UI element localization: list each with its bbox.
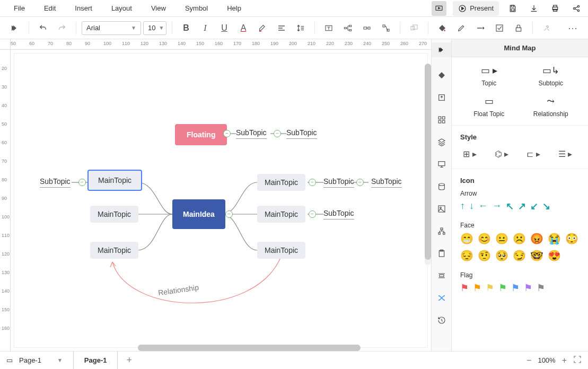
flag-red-icon[interactable]: ⚑ bbox=[460, 282, 469, 294]
emoji-smirk-icon[interactable]: 😏 bbox=[513, 249, 526, 262]
add-page-button[interactable]: + bbox=[126, 355, 132, 366]
menu-insert[interactable]: Insert bbox=[65, 4, 102, 12]
undo-icon[interactable] bbox=[34, 20, 51, 37]
print-icon[interactable] bbox=[548, 1, 563, 16]
zoom-in-button[interactable]: + bbox=[562, 356, 567, 365]
collapse-icon[interactable]: − bbox=[309, 179, 316, 186]
node-right2[interactable]: MainTopic bbox=[257, 206, 305, 223]
fill-icon[interactable] bbox=[434, 20, 451, 37]
line-style-icon[interactable] bbox=[472, 20, 489, 37]
arrow-up-icon[interactable]: ↑ bbox=[460, 200, 465, 212]
emoji-hearteyes-icon[interactable]: 😍 bbox=[548, 249, 561, 262]
node-right1-sub2[interactable]: SubTopic bbox=[371, 177, 402, 188]
download-icon[interactable] bbox=[526, 1, 541, 16]
fill-tool-icon[interactable] bbox=[435, 69, 448, 82]
checkbox-icon[interactable] bbox=[491, 20, 508, 37]
collapse-icon[interactable]: − bbox=[223, 130, 231, 137]
underline-icon[interactable]: U bbox=[216, 20, 233, 37]
emoji-cry-icon[interactable]: 😭 bbox=[548, 232, 561, 245]
collapse-icon[interactable]: − bbox=[356, 179, 364, 186]
node-left1-sub[interactable]: SubTopic bbox=[40, 177, 71, 188]
fontsize-select[interactable]: 10▼ bbox=[143, 21, 166, 35]
insert-floattopic-button[interactable]: ▭ Float Topic bbox=[460, 95, 518, 118]
data-tool-icon[interactable] bbox=[435, 180, 448, 193]
menu-file[interactable]: File bbox=[4, 4, 34, 12]
presentation-tool-icon[interactable] bbox=[435, 158, 448, 171]
menu-layout[interactable]: Layout bbox=[102, 4, 142, 12]
emoji-nerd-icon[interactable]: 🤓 bbox=[530, 249, 543, 262]
lock-icon[interactable] bbox=[510, 20, 527, 37]
emoji-neutral-icon[interactable]: 😐 bbox=[495, 232, 508, 245]
image-tool-icon[interactable] bbox=[435, 203, 448, 215]
tools-icon[interactable] bbox=[538, 20, 555, 37]
collapse-icon[interactable]: − bbox=[78, 179, 86, 186]
slideshow-mode-icon[interactable] bbox=[432, 1, 446, 16]
emoji-smile-icon[interactable]: 😊 bbox=[478, 232, 491, 245]
page-tab[interactable]: Page-1 bbox=[73, 352, 118, 370]
arrow-left-icon[interactable]: ← bbox=[478, 200, 488, 212]
grid-tool-icon[interactable] bbox=[435, 113, 448, 126]
horizontal-scrollbar[interactable] bbox=[138, 345, 361, 351]
orgchart-tool-icon[interactable] bbox=[435, 225, 448, 238]
emoji-angry-icon[interactable]: 😡 bbox=[530, 232, 543, 245]
node-floating[interactable]: Floating bbox=[175, 124, 227, 145]
arrow-upleft-icon[interactable]: ↖ bbox=[506, 200, 514, 212]
flag-gray-icon[interactable]: ⚑ bbox=[537, 282, 545, 294]
group-icon[interactable] bbox=[406, 20, 423, 37]
present-button[interactable]: Present bbox=[453, 1, 499, 16]
layout-style3-icon[interactable]: ⊏ ▸ bbox=[524, 146, 543, 161]
vertical-scrollbar[interactable] bbox=[425, 64, 431, 265]
pen-icon[interactable] bbox=[453, 20, 470, 37]
arrow-right-icon[interactable]: → bbox=[492, 200, 502, 212]
mindmap-tool-icon[interactable] bbox=[435, 292, 448, 304]
textbox-icon[interactable] bbox=[320, 20, 337, 37]
layout-style4-icon[interactable]: ☰ ▸ bbox=[556, 146, 575, 161]
emoji-think-icon[interactable]: 🤨 bbox=[478, 249, 491, 262]
menu-symbol[interactable]: Symbol bbox=[175, 4, 217, 12]
emoji-flushed-icon[interactable]: 😳 bbox=[565, 232, 578, 245]
export-tool-icon[interactable] bbox=[435, 91, 448, 104]
node-right3[interactable]: MainTopic bbox=[257, 242, 305, 259]
branch-icon[interactable] bbox=[339, 20, 356, 37]
italic-icon[interactable]: I bbox=[197, 20, 214, 37]
arrow-down-icon[interactable]: ↓ bbox=[469, 200, 474, 212]
pagelist-dropdown[interactable]: Page-1 ▼ bbox=[19, 356, 63, 364]
flag-yellow-icon[interactable]: ⚑ bbox=[486, 282, 494, 294]
menu-view[interactable]: View bbox=[142, 4, 175, 12]
menu-edit[interactable]: Edit bbox=[34, 4, 65, 12]
arrow-downleft-icon[interactable]: ↙ bbox=[530, 200, 538, 212]
save-icon[interactable] bbox=[505, 1, 520, 16]
flag-orange-icon[interactable]: ⚑ bbox=[473, 282, 481, 294]
arrow-downright-icon[interactable]: ↘ bbox=[542, 200, 550, 212]
node-left3[interactable]: MainTopic bbox=[90, 242, 138, 259]
node-float-sub2[interactable]: SubTopic bbox=[286, 128, 317, 139]
arrow-upright-icon[interactable]: ↗ bbox=[518, 200, 526, 212]
zoom-out-button[interactable]: − bbox=[526, 356, 531, 365]
insert-topic-button[interactable]: ▭ ▸ Topic bbox=[460, 65, 518, 87]
flag-purple-icon[interactable]: ⚑ bbox=[524, 282, 532, 294]
collapse-icon[interactable]: − bbox=[309, 210, 316, 218]
expand-collapse-icon[interactable] bbox=[6, 20, 23, 37]
pagelist-icon[interactable]: ▭ bbox=[6, 356, 13, 364]
fit-screen-icon[interactable] bbox=[573, 355, 582, 366]
canvas[interactable]: Floating − SubTopic − SubTopic MainIdea … bbox=[11, 50, 431, 351]
emoji-sleep-icon[interactable]: 😔 bbox=[460, 249, 473, 262]
expand-panel-icon[interactable] bbox=[432, 42, 451, 57]
node-icon[interactable] bbox=[358, 20, 375, 37]
insert-relationship-button[interactable]: ⤳ Relationship bbox=[522, 95, 580, 118]
connector-icon[interactable] bbox=[378, 20, 394, 37]
node-mainidea[interactable]: MainIdea bbox=[172, 199, 225, 229]
align-icon[interactable] bbox=[273, 20, 290, 37]
layout-style1-icon[interactable]: ⊞ ▸ bbox=[460, 146, 479, 161]
node-right2-sub[interactable]: SubTopic bbox=[323, 209, 354, 219]
node-right1-sub1[interactable]: SubTopic bbox=[323, 177, 354, 188]
menu-help[interactable]: Help bbox=[217, 4, 251, 12]
linespacing-icon[interactable] bbox=[292, 20, 309, 37]
redo-icon[interactable] bbox=[54, 20, 71, 37]
collapse-icon[interactable]: − bbox=[274, 130, 281, 137]
emoji-frown-icon[interactable]: ☹️ bbox=[513, 232, 526, 245]
share-icon[interactable] bbox=[569, 1, 584, 16]
node-right1[interactable]: MainTopic bbox=[257, 174, 305, 191]
fontcolor-icon[interactable]: A bbox=[235, 20, 252, 37]
node-left1-selected[interactable]: MainTopic bbox=[87, 170, 142, 191]
